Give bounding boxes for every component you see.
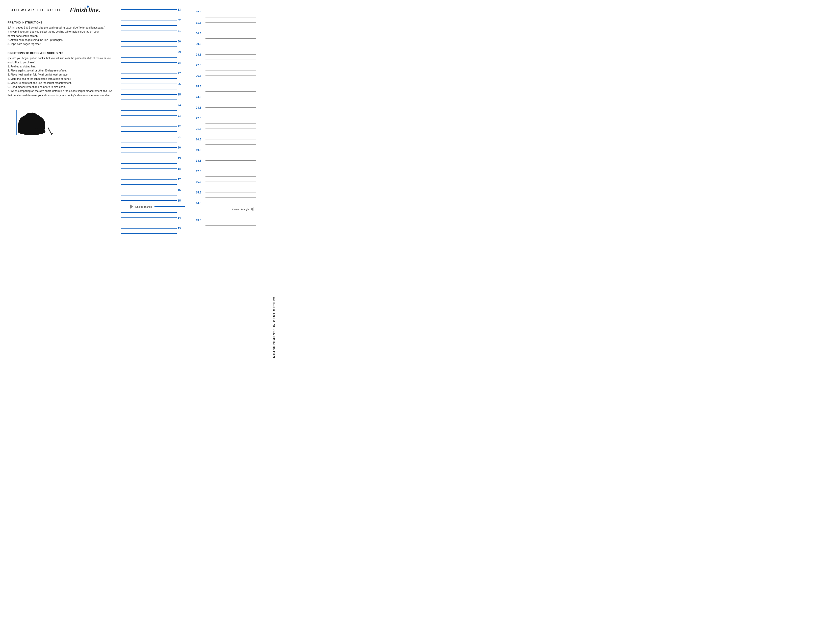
dir-step-3: 3. Place heel against fold / wall on fla…	[8, 73, 68, 76]
rulers-wrapper: 33 32 31	[121, 5, 278, 644]
right-ruler: 32.5 31.5	[196, 5, 270, 644]
tick-17-5: 17.5	[196, 169, 270, 174]
dir-step-7: 7. When comparing on the size chart, det…	[8, 89, 112, 97]
print-step-1b: It is very important that you select the…	[8, 30, 99, 33]
logo-svg: Finish line.	[70, 5, 110, 14]
left-panel: FOOTWEAR FIT GUIDE Finish line. PRINTING…	[0, 5, 121, 644]
lineup-text-right: Line up Triangle	[232, 208, 249, 211]
tick-16: 16	[121, 187, 196, 192]
tick-25-5: 25.5	[196, 84, 270, 89]
tick-24-5: 24.5	[196, 95, 270, 99]
vertical-measurements-label: MEASUREMENTS IN CENTIMETERS	[270, 5, 278, 644]
tick-22: 22	[121, 124, 196, 129]
tick-39-5: 39.5	[196, 42, 270, 46]
tick-26: 26	[121, 81, 196, 86]
tick-15: 15	[121, 198, 196, 203]
tick-17: 17	[121, 177, 196, 182]
tick-26-5: 26.5	[196, 73, 270, 78]
tick-13: 13	[121, 226, 196, 230]
printing-instructions-title: PRINTING INSTRUCTIONS:	[8, 21, 116, 24]
tick-21: 21	[121, 134, 196, 139]
lineup-triangle-left: Line up Triangle	[121, 203, 196, 210]
svg-text:line.: line.	[88, 6, 100, 14]
dir-step-6: 6. Read measurement and compare to size …	[8, 85, 66, 89]
tick-27-5: 27.5	[196, 63, 270, 68]
foot-diagram	[8, 105, 53, 138]
tick-31: 31	[121, 28, 196, 33]
directions-text: (Before you begin, put on socks that you…	[8, 56, 116, 97]
tick-18: 18	[121, 166, 196, 171]
tick-20: 20	[121, 145, 196, 150]
right-panel: 33 32 31	[121, 5, 278, 644]
printing-instructions-text: 1.Print pages 1 & 2 actual size (no scal…	[8, 26, 116, 46]
print-step-2: 2. Attach both pages using the line up t…	[8, 39, 63, 42]
tick-32: 32	[121, 18, 196, 23]
tick-minor-33-32	[121, 12, 196, 17]
tick-21-5: 21.5	[196, 126, 270, 131]
dir-step-5: 5. Measure both feet and use the larger …	[8, 81, 72, 84]
tick-22-5: 22.5	[196, 116, 270, 121]
tick-24: 24	[121, 103, 196, 107]
tick-23-5: 23.5	[196, 105, 270, 110]
tick-25: 25	[121, 92, 196, 97]
directions-intro: (Before you begin, put on socks that you…	[8, 56, 111, 64]
tick-29: 29	[121, 50, 196, 54]
svg-marker-8	[50, 133, 53, 135]
header: FOOTWEAR FIT GUIDE Finish line.	[8, 5, 116, 14]
tick-30: 30	[121, 39, 196, 44]
tick-13-5: 13.5	[196, 218, 270, 222]
print-step-1: 1.Print pages 1 & 2 actual size (no scal…	[8, 26, 105, 29]
tick-30-5: 30.5	[196, 31, 270, 35]
tick-19-5: 19.5	[196, 148, 270, 152]
tick-15-5: 15.5	[196, 190, 270, 195]
triangle-left-icon	[130, 204, 133, 209]
lineup-triangle-right: Line up Triangle	[196, 206, 270, 213]
tick-16-5: 16.5	[196, 179, 270, 184]
tick-20-5: 20.5	[196, 137, 270, 142]
tick-23: 23	[121, 113, 196, 118]
dir-step-1: 1. Fold up at dotted line.	[8, 65, 36, 68]
dir-step-4: 4. Mark the end of the longest toe with …	[8, 77, 71, 80]
tick-28: 28	[121, 60, 196, 65]
tick-28-5: 28.5	[196, 52, 270, 57]
header-title: FOOTWEAR FIT GUIDE	[8, 8, 62, 12]
triangle-right-icon	[251, 207, 253, 211]
print-step-3: 3. Tape both pages together.	[8, 42, 41, 45]
lineup-text-left: Line up Triangle	[135, 205, 153, 208]
tick-31-5: 31.5	[196, 20, 270, 25]
finish-line-logo: Finish line.	[70, 5, 110, 14]
dir-step-2: 2. Place against a wall or other 90 degr…	[8, 69, 67, 72]
page: FOOTWEAR FIT GUIDE Finish line. PRINTING…	[0, 0, 278, 644]
tick-27: 27	[121, 71, 196, 76]
tick-14-5: 14.5	[196, 201, 270, 205]
directions-title: DIRECTIONS TO DETERMINE SHOE SIZE:	[8, 52, 116, 55]
svg-text:Finish: Finish	[70, 6, 88, 14]
print-step-1c: printer page setup screen.	[8, 34, 39, 37]
tick-32-5: 32.5	[196, 10, 270, 14]
svg-point-6	[31, 128, 45, 134]
left-ruler: 33 32 31	[121, 5, 196, 644]
tick-33: 33	[121, 7, 196, 12]
foot-svg	[8, 105, 58, 139]
tick-19: 19	[121, 156, 196, 160]
tick-18-5: 18.5	[196, 158, 270, 163]
tick-14: 14	[121, 215, 196, 220]
